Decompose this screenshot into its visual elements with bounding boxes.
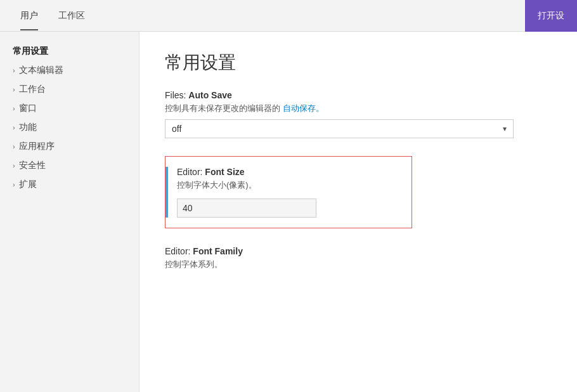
fontsize-box: Editor: Font Size 控制字体大小(像素)。 bbox=[165, 156, 412, 228]
sidebar-item-features[interactable]: › 功能 bbox=[0, 118, 139, 137]
sidebar-item-workbench[interactable]: › 工作台 bbox=[0, 80, 139, 99]
dropdown-value: off bbox=[172, 124, 181, 134]
nav-item-user[interactable]: 用户 bbox=[10, 1, 48, 30]
fontfamily-desc: 控制字体系列。 bbox=[165, 259, 552, 270]
sidebar-item-label: 工作台 bbox=[19, 84, 46, 95]
sidebar-item-label: 窗口 bbox=[19, 103, 37, 114]
chevron-icon: › bbox=[13, 86, 15, 93]
sidebar: 常用设置 › 文本编辑器 › 工作台 › 窗口 › 功能 › 应用程序 › 安全… bbox=[0, 32, 139, 392]
setting-autosave: Files: Auto Save 控制具有未保存更改的编辑器的 自动保存。 of… bbox=[165, 90, 552, 138]
sidebar-item-window[interactable]: › 窗口 bbox=[0, 99, 139, 118]
nav-item-workspace[interactable]: 工作区 bbox=[48, 1, 95, 30]
sidebar-item-label: 扩展 bbox=[19, 179, 37, 190]
sidebar-item-label: 功能 bbox=[19, 122, 37, 133]
open-settings-button[interactable]: 打开设 bbox=[525, 0, 577, 32]
fontfamily-label: Editor: Font Family bbox=[165, 246, 552, 256]
main-layout: 常用设置 › 文本编辑器 › 工作台 › 窗口 › 功能 › 应用程序 › 安全… bbox=[0, 32, 577, 392]
setting-fontfamily: Editor: Font Family 控制字体系列。 bbox=[165, 246, 552, 270]
left-bar-accent bbox=[165, 167, 168, 218]
setting-fontsize: Editor: Font Size 控制字体大小(像素)。 bbox=[165, 156, 552, 228]
chevron-icon: › bbox=[13, 143, 15, 150]
sidebar-item-text-editor[interactable]: › 文本编辑器 bbox=[0, 61, 139, 80]
autosave-dropdown[interactable]: off ▾ bbox=[165, 119, 514, 138]
top-nav: 用户 工作区 打开设 bbox=[0, 0, 577, 32]
chevron-icon: › bbox=[13, 67, 15, 74]
sidebar-item-label: 应用程序 bbox=[19, 141, 55, 152]
settings-content: 常用设置 Files: Auto Save 控制具有未保存更改的编辑器的 自动保… bbox=[139, 32, 577, 392]
fontsize-label: Editor: Font Size bbox=[177, 167, 401, 177]
chevron-icon: › bbox=[13, 162, 15, 169]
sidebar-item-extensions[interactable]: › 扩展 bbox=[0, 175, 139, 194]
sidebar-item-general[interactable]: 常用设置 bbox=[0, 42, 139, 61]
sidebar-item-label: 文本编辑器 bbox=[19, 65, 63, 76]
sidebar-item-label: 安全性 bbox=[19, 160, 46, 171]
fontsize-box-content: Editor: Font Size 控制字体大小(像素)。 bbox=[177, 167, 401, 218]
sidebar-item-security[interactable]: › 安全性 bbox=[0, 156, 139, 175]
setting-autosave-desc: 控制具有未保存更改的编辑器的 自动保存。 bbox=[165, 103, 552, 114]
autosave-link[interactable]: 自动保存。 bbox=[283, 103, 324, 113]
sidebar-item-label: 常用设置 bbox=[13, 46, 48, 57]
chevron-icon: › bbox=[13, 124, 15, 131]
fontsize-desc: 控制字体大小(像素)。 bbox=[177, 180, 401, 191]
setting-autosave-label: Files: Auto Save bbox=[165, 90, 552, 100]
sidebar-item-applications[interactable]: › 应用程序 bbox=[0, 137, 139, 156]
chevron-icon: › bbox=[13, 181, 15, 188]
chevron-icon: › bbox=[13, 105, 15, 112]
page-title: 常用设置 bbox=[165, 51, 552, 75]
fontsize-input[interactable] bbox=[177, 199, 316, 218]
chevron-down-icon: ▾ bbox=[503, 124, 507, 133]
